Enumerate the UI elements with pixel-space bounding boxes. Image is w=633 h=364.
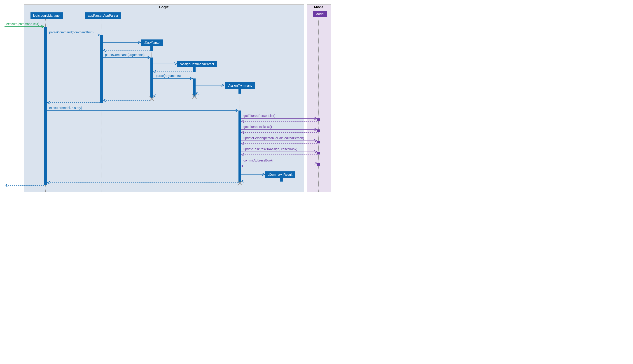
activation-task-parser-create [150,43,153,51]
activation-assign-command-create [239,86,241,94]
lifeline-app-parser: appParser:AppParser [85,12,121,19]
activation-command-result [280,175,283,182]
activation-model-2 [317,130,320,132]
msg-parse-command-1: parseCommand(commandText) [49,30,94,34]
msg-parse: parse(arguments) [156,74,181,78]
lifeline-model: Model [313,11,327,17]
activation-model-5 [317,163,320,166]
msg-update-task: updateTask(taskToAssign, editedTask) [244,147,297,151]
activation-app-parser [100,35,103,102]
activation-logic-manager [44,27,47,185]
activation-assign-command [239,110,241,183]
msg-gftl: getFilteredTaskList() [244,125,272,128]
lifeline-assign-command-parser: :AssignCommandParser [177,61,217,67]
activation-task-parser [150,58,153,98]
msg-update-person: updatePerson(personToEdit, editedPerson) [244,136,304,140]
frame-logic-title: Logic [24,5,304,9]
activation-model-4 [317,152,320,154]
activation-model-1 [317,118,320,121]
msg-commit: commitAddressBook() [244,158,275,162]
sequence-diagram: Logic Model logic:LogicManager appParser… [5,4,334,192]
activation-acp-create [193,64,195,72]
activation-acp [193,78,195,96]
frame-model-title: Model [307,5,331,9]
msg-parse-command-2: parseCommand(arguments) [105,53,144,56]
activation-model-3 [317,141,320,144]
msg-execute-in: execute(commandText) [6,22,39,26]
lifeline-logic-manager: logic:LogicManager [31,12,63,19]
msg-gfpl: getFilteredPersonList() [244,114,276,118]
msg-execute-model: execute(model, history) [49,106,82,110]
